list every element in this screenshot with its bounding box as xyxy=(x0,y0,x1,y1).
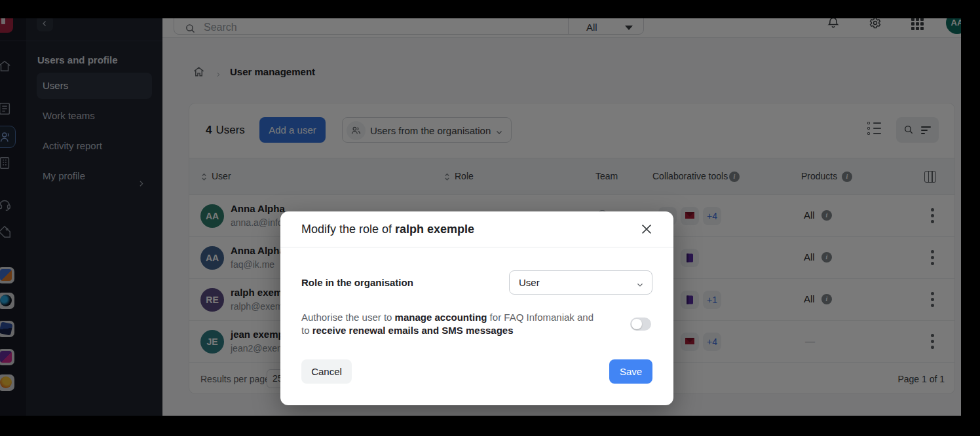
cancel-button[interactable]: Cancel xyxy=(301,359,352,384)
close-icon[interactable] xyxy=(639,222,654,236)
role-select[interactable]: User xyxy=(509,270,652,295)
modify-role-modal: Modify the role of ralph exemple Role in… xyxy=(280,211,673,405)
letterbox-top xyxy=(0,0,980,18)
save-button[interactable]: Save xyxy=(609,359,652,384)
role-label: Role in the organisation xyxy=(301,277,413,288)
letterbox-bottom xyxy=(0,416,980,436)
accounting-toggle[interactable] xyxy=(630,318,651,331)
letterbox-right xyxy=(961,0,980,436)
chevron-down-icon xyxy=(636,280,644,287)
divider xyxy=(280,247,673,247)
authorise-accounting-text: Authorise the user to manage accounting … xyxy=(301,311,597,337)
modal-title: Modify the role of ralph exemple xyxy=(301,223,474,236)
